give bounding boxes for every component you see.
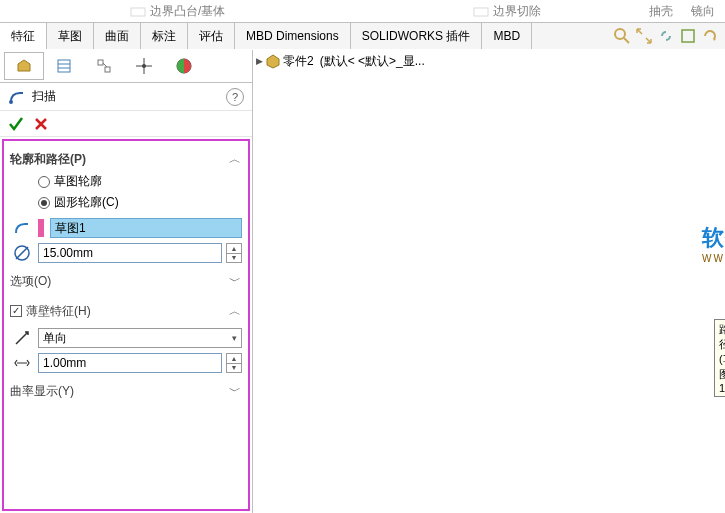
diameter-field[interactable]: 15.00mm <box>38 243 222 263</box>
tab-evaluate[interactable]: 评估 <box>188 23 235 49</box>
chevron-down-icon: ﹀ <box>228 274 242 288</box>
tab-addins[interactable]: SOLIDWORKS 插件 <box>351 23 483 49</box>
svg-rect-4 <box>682 30 694 42</box>
section-options[interactable]: 选项(O) ﹀ <box>10 269 242 293</box>
path-field[interactable]: 草图1 <box>50 218 242 238</box>
diameter-icon <box>10 243 34 263</box>
help-icon[interactable]: ? <box>226 88 244 106</box>
ok-button[interactable] <box>8 116 24 132</box>
svg-line-3 <box>624 38 629 43</box>
feature-title: 扫描 <box>32 88 56 105</box>
disabled-toolbar: 边界凸台/基体 边界切除 抽壳 镜向 <box>0 0 725 22</box>
thickness-spinner[interactable]: ▲▼ <box>226 353 242 373</box>
tab-annotate[interactable]: 标注 <box>141 23 188 49</box>
svg-rect-9 <box>105 67 110 72</box>
panel-tab-config[interactable] <box>84 52 124 80</box>
svg-point-2 <box>615 29 625 39</box>
breadcrumb-part[interactable]: 零件2 <box>283 53 314 70</box>
breadcrumb-config[interactable]: (默认< <默认>_显... <box>320 53 425 70</box>
path-icon <box>10 218 34 238</box>
ribbon-tabs: 特征 草图 曲面 标注 评估 MBD Dimensions SOLIDWORKS… <box>0 22 725 49</box>
graphics-viewport[interactable]: ▶ 零件2 (默认< <默认>_显... ➤ 路径(草图1) 软件自学网 WWW… <box>252 49 725 513</box>
sweep-options-highlighted: 轮廓和路径(P) ︿ 草图轮廓 圆形轮廓(C) 草图1 15.00mm ▲▼ 选… <box>2 139 250 511</box>
path-callout[interactable]: 路径(草图1) <box>714 319 725 397</box>
svg-rect-5 <box>58 60 70 72</box>
thickness-icon <box>10 353 34 373</box>
radio-circular-profile[interactable]: 圆形轮廓(C) <box>10 192 242 213</box>
section-profile-path[interactable]: 轮廓和路径(P) ︿ <box>10 147 242 171</box>
svg-rect-1 <box>474 8 488 16</box>
part-icon <box>265 53 281 69</box>
panel-tab-feature[interactable] <box>4 52 44 80</box>
property-panel: 扫描 ? 轮廓和路径(P) ︿ 草图轮廓 圆形轮廓(C) 草图1 <box>0 49 252 513</box>
thickness-field[interactable]: 1.00mm <box>38 353 222 373</box>
search-icon[interactable] <box>613 27 631 45</box>
breadcrumb-arrow[interactable]: ▶ <box>256 56 263 66</box>
svg-rect-0 <box>131 8 145 16</box>
svg-point-15 <box>9 100 13 104</box>
refresh-icon[interactable] <box>701 27 719 45</box>
tab-sketch[interactable]: 草图 <box>47 23 94 49</box>
tab-mbd-dim[interactable]: MBD Dimensions <box>235 23 351 49</box>
panel-tab-appearance[interactable] <box>164 52 204 80</box>
tab-surface[interactable]: 曲面 <box>94 23 141 49</box>
radio-sketch-profile[interactable]: 草图轮廓 <box>10 171 242 192</box>
expand-icon[interactable] <box>635 27 653 45</box>
svg-rect-8 <box>98 60 103 65</box>
panel-tab-properties[interactable] <box>44 52 84 80</box>
tab-features[interactable]: 特征 <box>0 23 47 49</box>
selection-indicator <box>38 219 44 237</box>
watermark: 软件自学网 WWW.RJZXW.COM <box>702 223 725 264</box>
sweep-icon <box>8 88 26 106</box>
section-thinwall[interactable]: ✓ 薄壁特征(H) ︿ <box>10 299 242 323</box>
chevron-up-icon: ︿ <box>228 152 242 166</box>
tab-mbd[interactable]: MBD <box>482 23 532 49</box>
cancel-button[interactable] <box>34 117 48 131</box>
chevron-up-icon: ︿ <box>228 304 242 318</box>
panel-tab-dim[interactable] <box>124 52 164 80</box>
panel-tab-strip <box>0 49 252 83</box>
box-icon[interactable] <box>679 27 697 45</box>
chevron-down-icon: ﹀ <box>228 384 242 398</box>
svg-line-17 <box>16 247 28 259</box>
chevron-down-icon: ▾ <box>232 333 237 343</box>
thinwall-checkbox[interactable]: ✓ <box>10 305 22 317</box>
diameter-spinner[interactable]: ▲▼ <box>226 243 242 263</box>
direction-dropdown[interactable]: 单向 ▾ <box>38 328 242 348</box>
section-curvature[interactable]: 曲率显示(Y) ﹀ <box>10 379 242 403</box>
svg-line-10 <box>103 63 107 67</box>
direction-icon <box>10 328 34 348</box>
link-icon[interactable] <box>657 27 675 45</box>
